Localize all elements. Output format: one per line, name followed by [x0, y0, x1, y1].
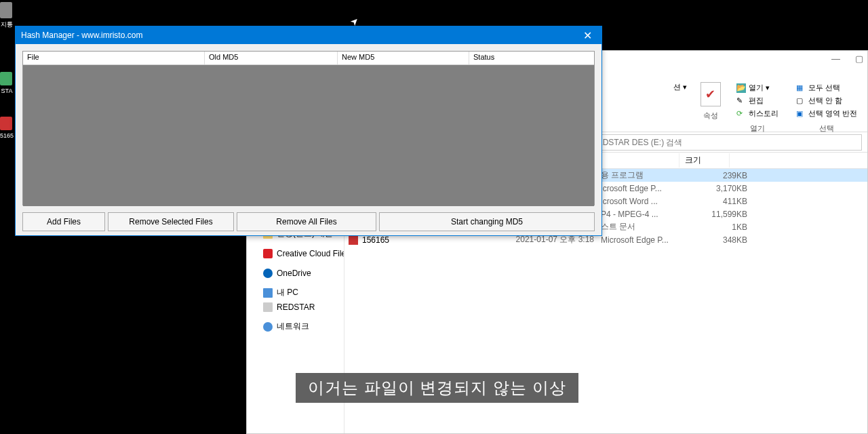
- ribbon-group-label: 열기: [734, 123, 781, 134]
- properties-icon[interactable]: ✔: [701, 82, 721, 106]
- col-new-md5[interactable]: New MD5: [338, 52, 469, 64]
- file-size: 239KB: [697, 171, 747, 180]
- video-caption: 이거는 파일이 변경되지 않는 이상: [296, 373, 578, 403]
- drive-icon: [263, 302, 273, 312]
- tree-item-label: Creative Cloud Files: [277, 249, 344, 258]
- desktop-icon-folder-1[interactable]: [0, 72, 12, 85]
- hash-title: Hash Manager - www.imristo.com: [21, 31, 142, 40]
- start-changing-button[interactable]: Start changing MD5: [379, 212, 595, 231]
- cc-icon: [263, 249, 273, 258]
- col-file[interactable]: File: [23, 52, 205, 64]
- file-type: 스트 문서: [594, 221, 697, 233]
- file-size: 1KB: [697, 222, 747, 232]
- tree-item[interactable]: Creative Cloud Files: [247, 246, 344, 260]
- net-icon: [263, 322, 273, 332]
- file-type: icrosoft Word ...: [594, 197, 697, 206]
- file-type: P4 - MPEG-4 ...: [594, 210, 697, 219]
- remove-selected-button[interactable]: Remove Selected Files: [108, 212, 234, 231]
- file-type: Microsoft Edge P...: [594, 235, 697, 245]
- desktop-icon-trash[interactable]: [0, 2, 12, 18]
- cloud-icon: [263, 269, 273, 278]
- ribbon-select-none[interactable]: ▢선택 안 함: [794, 95, 859, 106]
- tree-item[interactable]: OneDrive: [247, 266, 344, 280]
- tree-item-label: REDSTAR: [277, 302, 315, 312]
- tree-item-label: OneDrive: [277, 269, 311, 278]
- desktop-label: 지튱: [0, 20, 14, 29]
- desktop-icons: 지튱 STA 5165: [0, 0, 14, 139]
- tree-item[interactable]: 내 PC: [247, 285, 344, 300]
- file-name: 156165: [362, 235, 509, 245]
- ribbon-options[interactable]: 션 ▾: [673, 82, 687, 92]
- tree-item[interactable]: REDSTAR: [247, 300, 344, 314]
- ribbon-select-invert[interactable]: ▣선택 영역 반전: [794, 108, 859, 119]
- edge-file-icon: [349, 235, 358, 245]
- ribbon-group-label: 선택: [794, 123, 859, 134]
- file-size: 411KB: [697, 197, 747, 206]
- file-type: 용 프로그램: [594, 170, 697, 181]
- col-size[interactable]: 크기: [685, 155, 701, 165]
- ribbon-open[interactable]: 📂열기 ▾: [734, 82, 781, 94]
- ribbon-select-all[interactable]: ▦모두 선택: [794, 82, 859, 94]
- hash-grid-body[interactable]: [23, 65, 594, 206]
- col-old-md5[interactable]: Old MD5: [205, 52, 338, 64]
- tree-item[interactable]: 네트워크: [247, 319, 344, 334]
- file-size: 3,170KB: [697, 184, 747, 193]
- mouse-cursor: [351, 15, 359, 26]
- remove-all-button[interactable]: Remove All Files: [237, 212, 376, 231]
- close-button[interactable]: ✕: [579, 29, 596, 42]
- properties-label: 속성: [703, 111, 718, 121]
- file-size: 348KB: [697, 235, 747, 245]
- hash-grid: File Old MD5 New MD5 Status: [22, 51, 595, 205]
- desktop-label: 5165: [0, 132, 14, 139]
- ribbon-history[interactable]: ⟳히스토리: [734, 108, 781, 119]
- hash-manager-window: Hash Manager - www.imristo.com ✕ File Ol…: [15, 26, 602, 236]
- desktop-icon-pdf[interactable]: [0, 117, 12, 130]
- tree-item-label: 네트워크: [277, 321, 309, 332]
- hash-titlebar[interactable]: Hash Manager - www.imristo.com ✕: [16, 26, 601, 44]
- file-type: icrosoft Edge P...: [594, 184, 697, 193]
- col-status[interactable]: Status: [469, 52, 503, 64]
- add-files-button[interactable]: Add Files: [22, 212, 105, 231]
- desktop-label: STA: [0, 87, 14, 94]
- search-box[interactable]: 🔍: [573, 134, 862, 151]
- tree-item-label: 내 PC: [277, 287, 298, 298]
- ribbon-edit[interactable]: ✎편집: [734, 95, 781, 106]
- search-input[interactable]: [591, 138, 857, 147]
- pc-icon: [263, 288, 273, 298]
- file-size: 11,599KB: [697, 210, 747, 219]
